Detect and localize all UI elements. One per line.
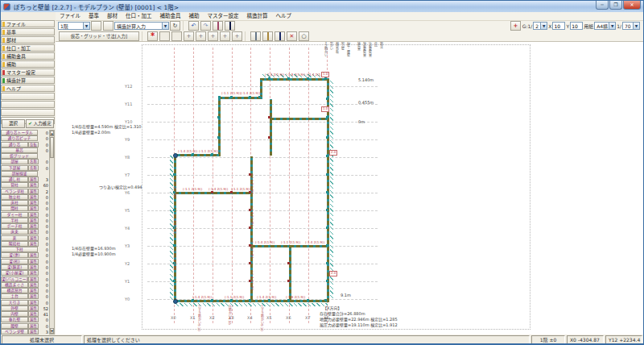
element-attr-button[interactable]: 名称: [28, 165, 39, 171]
crosshair-button[interactable]: +: [510, 21, 521, 31]
menu-item-5[interactable]: 補助: [185, 12, 204, 21]
element-name-button[interactable]: ベランダ壁: [1, 329, 28, 335]
maximize-button[interactable]: ❐: [609, 1, 622, 10]
floor-select[interactable]: 1階▼: [58, 22, 90, 30]
grid-scale-select[interactable]: 2▼: [533, 22, 547, 30]
input-mode-button[interactable]: 仮芯・グリッド・寸法[入力]: [59, 31, 139, 41]
element-attr-button[interactable]: 属性: [28, 270, 39, 276]
select-button[interactable]: 選択: [2, 119, 25, 128]
floor-down-button[interactable]: [103, 21, 114, 31]
element-name-button[interactable]: 独立柱: [1, 194, 28, 200]
sidebar-category-4[interactable]: 補助金具: [1, 52, 55, 60]
close-button[interactable]: ✕: [623, 1, 641, 10]
open-button[interactable]: [262, 31, 273, 41]
scroll-up-icon[interactable]: ▲: [50, 131, 54, 136]
element-name-button[interactable]: 間柱: [1, 206, 28, 211]
element-attr-button[interactable]: 属性: [28, 317, 39, 322]
element-attr-button[interactable]: 属性: [28, 323, 39, 329]
element-name-button[interactable]: 梁(小屋梁): [1, 270, 28, 276]
element-name-button[interactable]: 基芯: [1, 148, 38, 153]
element-attr-button[interactable]: 属性: [28, 229, 39, 235]
element-name-button[interactable]: 半柱: [1, 218, 28, 223]
element-name-button[interactable]: 大引き: [1, 300, 28, 306]
sidebar-category-3[interactable]: 仕口・加工: [1, 44, 55, 52]
element-name-button[interactable]: 構造まぐさ: [1, 282, 28, 288]
element-name-button[interactable]: 通し柱: [1, 177, 28, 182]
circle-tool-button[interactable]: ○: [299, 31, 309, 41]
element-name-button[interactable]: 腰壁: [1, 323, 28, 329]
grid-tool-button-2[interactable]: [171, 31, 182, 41]
asterisk-tool-button[interactable]: *: [147, 31, 158, 41]
element-attr-button[interactable]: 属性: [28, 293, 39, 299]
element-name-button[interactable]: 通り芯トータル: [1, 130, 38, 135]
refresh-button[interactable]: ↻: [170, 21, 180, 31]
element-name-button[interactable]: ダミー柱: [1, 212, 28, 218]
element-name-button[interactable]: 管柱: [1, 182, 28, 188]
menu-item-7[interactable]: 構造計算: [243, 12, 272, 21]
element-attr-button[interactable]: 属性: [28, 311, 39, 317]
sidebar-category-2[interactable]: 部材: [1, 36, 55, 44]
snap-tool-button-3[interactable]: +: [220, 31, 230, 41]
element-attr-button[interactable]: 属性: [28, 282, 39, 288]
redo-button[interactable]: ↷: [200, 21, 211, 31]
paper-select[interactable]: A4横▼: [594, 22, 616, 30]
element-attr-button[interactable]: 反転: [28, 142, 39, 148]
sidebar-category-0[interactable]: ファイル: [1, 20, 55, 27]
element-attr-button[interactable]: 属性: [28, 329, 39, 335]
element-name-button[interactable]: 床束: [1, 229, 28, 235]
grid-tool-button[interactable]: [159, 31, 170, 41]
element-name-button[interactable]: 部屋: [1, 159, 28, 164]
scale-select[interactable]: 70▼: [622, 22, 640, 30]
element-name-button[interactable]: 土台: [1, 293, 28, 299]
element-name-button[interactable]: 梁(桁): [1, 259, 28, 264]
element-name-button[interactable]: 束: [1, 235, 28, 241]
element-attr-button[interactable]: 属性: [28, 235, 39, 241]
save-button[interactable]: [275, 31, 285, 41]
sidebar-category-1[interactable]: 基準: [1, 28, 55, 35]
element-name-button[interactable]: 通り芯ピッチ: [1, 135, 38, 141]
sidebar-category-8[interactable]: ヘルプ: [1, 85, 55, 92]
element-name-button[interactable]: 階段柱: [1, 241, 28, 247]
element-attr-button[interactable]: 属性: [28, 300, 39, 306]
snap-tool-button-2[interactable]: +: [208, 31, 218, 41]
element-attr-button[interactable]: 属性: [28, 252, 39, 258]
element-attr-button[interactable]: 属性: [28, 212, 39, 218]
element-attr-button[interactable]: 属性: [28, 189, 39, 194]
element-name-button[interactable]: 部屋線塗: [1, 171, 38, 177]
element-attr-button[interactable]: 属性: [28, 276, 39, 282]
menu-item-8[interactable]: ヘルプ: [272, 12, 296, 21]
element-name-button[interactable]: 下柱: [1, 247, 38, 252]
element-name-button[interactable]: 梁(妻): [1, 252, 28, 258]
panel-scrollbar[interactable]: ▲ ▼: [49, 130, 55, 335]
element-name-button[interactable]: 外壁: [1, 306, 28, 311]
snap-tool-button-0[interactable]: +: [184, 31, 194, 41]
element-attr-button[interactable]: 属性: [28, 259, 39, 264]
snap-tool-button-4[interactable]: +: [232, 31, 242, 41]
new-button[interactable]: [250, 31, 261, 41]
element-name-button[interactable]: 内壁: [1, 311, 28, 317]
menu-item-4[interactable]: 補助金具: [156, 12, 185, 21]
element-attr-button[interactable]: 属性: [28, 264, 39, 270]
menu-item-6[interactable]: マスター設定: [204, 12, 243, 21]
element-name-button[interactable]: 床柱: [1, 200, 28, 206]
element-attr-button[interactable]: 属性: [28, 218, 39, 223]
scroll-thumb[interactable]: [50, 137, 54, 158]
element-name-button[interactable]: ベランダ柱: [1, 189, 28, 194]
minimize-button[interactable]: ─: [596, 1, 609, 10]
element-attr-button[interactable]: 属性: [28, 200, 39, 206]
element-attr-button[interactable]: 属性: [28, 288, 39, 293]
element-name-button[interactable]: 梁(バルコニー): [1, 276, 28, 282]
snap-tool-button-1[interactable]: +: [196, 31, 206, 41]
element-attr-button[interactable]: 属性: [28, 182, 39, 188]
element-attr-button[interactable]: 属性: [28, 223, 39, 229]
element-name-button[interactable]: 構造窓台: [1, 288, 28, 293]
scroll-down-icon[interactable]: ▼: [50, 328, 54, 334]
element-name-button[interactable]: 梁(胴差): [1, 264, 28, 270]
undo-button[interactable]: ↶: [188, 21, 199, 31]
sidebar-category-6[interactable]: マスター設定: [1, 69, 55, 76]
x-input[interactable]: [552, 22, 565, 30]
element-name-button[interactable]: 下部屋: [1, 165, 28, 171]
element-attr-button[interactable]: 属性: [28, 177, 39, 182]
menu-item-2[interactable]: 部材: [103, 12, 122, 21]
sidebar-category-7[interactable]: 構造計算: [1, 77, 55, 84]
